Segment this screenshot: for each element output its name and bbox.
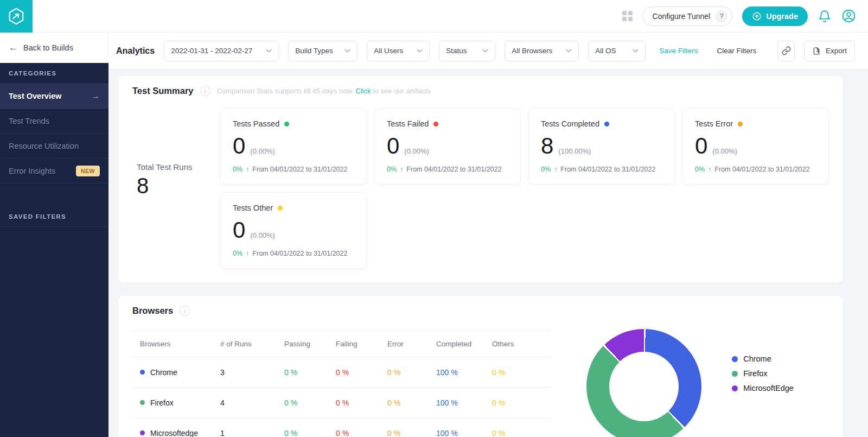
- legend-dot: [732, 371, 738, 377]
- stat-card-tests-failed: Tests Failed 0 (0.00%) 0% ↑ From 04/01/2…: [374, 108, 521, 185]
- categories-heading: CATEGORIES: [0, 63, 108, 84]
- upgrade-label: Upgrade: [766, 12, 798, 21]
- filter-bar: Analytics 2022-01-31 - 2022-02-27 Build …: [108, 33, 868, 69]
- status-dropdown[interactable]: Status: [439, 41, 495, 61]
- sidebar-item-test-trends[interactable]: Test Trends: [0, 109, 108, 134]
- sidebar-item-test-overview[interactable]: Test Overview →: [0, 84, 108, 109]
- legend-item-microsoftedge[interactable]: MicrosoftEdge: [732, 384, 794, 392]
- saved-filters-heading: SAVED FILTERS: [0, 206, 108, 227]
- export-button[interactable]: Export: [804, 41, 855, 61]
- build-types-dropdown[interactable]: Build Types: [288, 41, 358, 61]
- legend-dot: [732, 356, 738, 362]
- total-test-runs-value: 8: [137, 174, 220, 198]
- chevron-down-icon: [633, 49, 639, 53]
- configure-tunnel-button[interactable]: Configure Tunnel ?: [642, 7, 733, 26]
- chevron-down-icon: [417, 49, 423, 53]
- chevron-down-icon: [566, 49, 572, 53]
- page-title: Analytics: [116, 46, 155, 56]
- total-test-runs-label: Total Test Runs: [137, 162, 220, 172]
- status-dot: [278, 206, 283, 211]
- all-os-dropdown[interactable]: All OS: [588, 41, 646, 61]
- stat-card-tests-completed: Tests Completed 8 (100.00%) 0% ↑ From 04…: [528, 108, 675, 185]
- browser-dot: [140, 370, 145, 375]
- sidebar-item-resource-utilization[interactable]: Resource Utilization: [0, 134, 108, 159]
- link-icon: [782, 46, 791, 55]
- main-area: Analytics 2022-01-31 - 2022-02-27 Build …: [108, 0, 868, 437]
- upgrade-button[interactable]: Upgrade: [742, 7, 808, 26]
- status-dot: [433, 122, 438, 126]
- back-to-builds-button[interactable]: ← Back to Builds: [0, 33, 108, 63]
- trend-up-icon: ↑: [246, 250, 249, 257]
- browsers-title: Browsers: [132, 306, 173, 316]
- chevron-down-icon: [266, 49, 272, 53]
- sidebar: ← Back to Builds CATEGORIES Test Overvie…: [0, 33, 108, 437]
- status-dot: [738, 122, 743, 126]
- hexagon-logo-icon: [7, 7, 25, 26]
- apps-grid-icon[interactable]: [622, 11, 633, 21]
- info-icon[interactable]: i: [200, 86, 210, 96]
- new-badge: NEW: [76, 166, 100, 176]
- browsers-card: Browsers i Browsers # of Runs Passing Fa…: [118, 296, 843, 437]
- browsers-donut-chart[interactable]: [586, 329, 701, 437]
- date-range-dropdown[interactable]: 2022-01-31 - 2022-02-27: [164, 41, 279, 61]
- user-avatar-icon[interactable]: [841, 9, 856, 23]
- browsers-table: Browsers # of Runs Passing Failing Error…: [132, 330, 551, 437]
- configure-tunnel-label: Configure Tunnel: [653, 12, 711, 21]
- stat-card-tests-passed: Tests Passed 0 (0.00%) 0% ↑ From 04/01/2…: [220, 108, 367, 185]
- sidebar-item-error-insights[interactable]: Error Insights NEW: [0, 159, 108, 183]
- back-to-builds-label: Back to Builds: [23, 43, 73, 52]
- browser-dot: [140, 400, 145, 405]
- status-dot: [284, 122, 289, 126]
- stat-card-tests-error: Tests Error 0 (0.00%) 0% ↑ From 04/01/20…: [682, 108, 829, 185]
- export-icon: [812, 47, 821, 55]
- test-summary-card: Test Summary i Comparison Stats supports…: [118, 76, 843, 283]
- browser-dot: [140, 430, 145, 435]
- table-row-microsoftedge[interactable]: Microsoftedge 1 0 % 0 % 0 % 100 % 0 %: [132, 418, 551, 437]
- back-arrow-icon: ←: [9, 42, 18, 53]
- all-users-dropdown[interactable]: All Users: [367, 41, 430, 61]
- arrow-up-circle-icon: [752, 11, 762, 21]
- browsers-table-header: Browsers # of Runs Passing Failing Error…: [132, 330, 551, 357]
- copy-link-button[interactable]: [777, 41, 795, 61]
- trend-up-icon: ↑: [708, 166, 711, 173]
- question-badge-icon[interactable]: ?: [716, 10, 727, 22]
- lambdatest-logo[interactable]: [0, 0, 33, 33]
- browsers-legend: Chrome Firefox MicrosoftEdge: [732, 354, 794, 392]
- chevron-down-icon: [482, 49, 488, 53]
- stat-card-tests-other: Tests Other 0 (0.00%) 0% ↑ From 04/01/20…: [220, 192, 367, 269]
- all-browsers-dropdown[interactable]: All Browsers: [505, 41, 579, 61]
- save-filters-link[interactable]: Save Filters: [659, 47, 698, 55]
- notifications-bell-icon[interactable]: [818, 9, 832, 23]
- legend-dot: [732, 385, 738, 391]
- content-area: Test Summary i Comparison Stats supports…: [108, 69, 868, 437]
- comparison-note: Comparison Stats supports till 45 days n…: [217, 87, 431, 95]
- legend-item-firefox[interactable]: Firefox: [732, 369, 794, 378]
- click-link[interactable]: Click: [355, 87, 371, 95]
- status-dot: [604, 122, 609, 126]
- sidebar-nav: CATEGORIES Test Overview → Test Trends R…: [0, 63, 108, 437]
- legend-item-chrome[interactable]: Chrome: [732, 354, 794, 363]
- info-icon[interactable]: i: [180, 306, 190, 316]
- table-row-chrome[interactable]: Chrome 3 0 % 0 % 0 % 100 % 0 %: [132, 357, 551, 388]
- test-summary-title: Test Summary: [132, 86, 194, 96]
- trend-up-icon: ↑: [554, 166, 557, 173]
- table-row-firefox[interactable]: Firefox 4 0 % 0 % 0 % 100 % 0 %: [132, 388, 551, 418]
- browsers-chart-area: Chrome Firefox MicrosoftEdge: [551, 316, 829, 437]
- trend-up-icon: ↑: [246, 166, 249, 173]
- stat-card-grid: Tests Passed 0 (0.00%) 0% ↑ From 04/01/2…: [220, 108, 829, 269]
- top-bar: Configure Tunnel ? Upgrade: [0, 0, 868, 33]
- clear-filters-link[interactable]: Clear Filters: [717, 47, 756, 55]
- arrow-right-icon: →: [91, 91, 100, 101]
- trend-up-icon: ↑: [400, 166, 403, 173]
- total-test-runs: Total Test Runs 8: [132, 108, 220, 269]
- chevron-down-icon: [344, 49, 350, 53]
